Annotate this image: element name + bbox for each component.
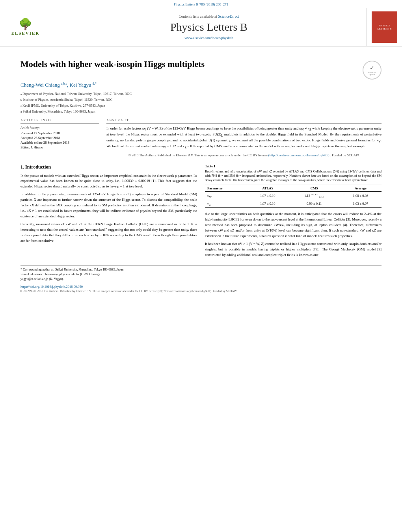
doi-footer: https://doi.org/10.1016/j.physletb.2018.… (20, 285, 382, 289)
article-info-label: ARTICLE INFO (20, 119, 99, 124)
journal-center: Contents lists available at ScienceDirec… (51, 8, 367, 46)
table-header-parameter: Parameter (205, 185, 247, 192)
section1-heading: 1. Introduction (20, 164, 197, 170)
authors-line: Cheng-Wei Chiang a,b,c, Kei Yagyu d,* (20, 82, 382, 88)
table1-note: Best-fit values and ±1σ uncertainties of… (205, 169, 382, 183)
check-for-updates-badge: ✓ Check forupdates (363, 61, 382, 80)
affiliation-c: c Kavli IPMU, University of Tokyo, Kashi… (20, 103, 382, 108)
table-cell-kappaz-param: κZ (205, 200, 247, 208)
table-header-average: Average (340, 185, 382, 192)
table1-caption: Table 1 (205, 164, 382, 168)
journal-url-link[interactable]: www.elsevier.com/locate/physletb (184, 36, 233, 40)
table-cell-kappaz-cms: 0.99 ± 0.11 (288, 200, 339, 208)
accepted-line: Accepted 25 September 2018 (20, 136, 99, 140)
authors-text: Cheng-Wei Chiang a,b,c, Kei Yagyu d,* (20, 82, 97, 88)
copyright-line: © 2018 The Authors. Published by Elsevie… (106, 153, 382, 157)
journal-header: 🌳 ELSEVIER Contents lists available at S… (0, 8, 402, 46)
table-header-atlas: ATLAS (247, 185, 288, 192)
elsevier-name: ELSEVIER (11, 31, 40, 35)
abstract-col: ABSTRACT In order for scale factors κV (… (106, 119, 382, 157)
doi-text: Physics Letters B 786 (2018) 268–271 (174, 2, 229, 6)
journal-url: www.elsevier.com/locate/physletb (184, 36, 233, 40)
physics-logo-text: PHYSICS LETTERS B (373, 24, 396, 30)
main-left-col: 1. Introduction In the pursue of models … (20, 164, 197, 261)
history-label: Article history: (20, 126, 99, 130)
affiliation-d: d Seikei University, Musashino, Tokyo 18… (20, 109, 382, 114)
doi-footer-link[interactable]: https://doi.org/10.1016/j.physletb.2018.… (20, 285, 83, 289)
abstract-text: In order for scale factors κV (V = W, Z)… (106, 126, 382, 150)
affiliations: a Department of Physics, National Taiwan… (20, 91, 382, 114)
elsevier-logo: 🌳 ELSEVIER (0, 8, 51, 46)
table-header-cms: CMS (288, 185, 339, 192)
affiliation-b: b Institute of Physics, Academia Sinica,… (20, 97, 382, 102)
table-row: κZ 1.07 ± 0.10 0.99 ± 0.11 1.03 ± 0.07 (205, 200, 382, 208)
table-cell-kappaw-avg: 1.08 ± 0.08 (340, 192, 382, 200)
table-cell-kappaw-param: κW (205, 192, 247, 200)
cc-license-link[interactable]: (http://creativecommons.org/licenses/by/… (268, 153, 329, 157)
abstract-label: ABSTRACT (106, 119, 382, 124)
info-abstract-columns: ARTICLE INFO Article history: Received 1… (20, 119, 382, 157)
table-cell-kappaw-atlas: 1.07 ± 0.10 (247, 192, 288, 200)
article-title: Models with higher weak-isospin Higgs mu… (20, 59, 359, 69)
table-cell-kappaz-avg: 1.03 ± 0.07 (340, 200, 382, 208)
page: Physics Letters B 786 (2018) 268–271 🌳 E… (0, 0, 402, 532)
physics-logo-box: PHYSICS LETTERS B (367, 8, 402, 46)
table-cell-kappaz-atlas: 1.07 ± 0.10 (247, 200, 288, 208)
available-line: Available online 28 September 2018 (20, 141, 99, 145)
contents-line: Contents lists available at ScienceDirec… (179, 15, 239, 19)
editor-line: Editor: J. Hisano (20, 145, 99, 149)
main-right-col: Table 1 Best-fit values and ±1σ uncertai… (205, 164, 382, 261)
main-body-columns: 1. Introduction In the pursue of models … (20, 164, 382, 261)
article-body: Models with higher weak-isospin Higgs mu… (0, 46, 402, 297)
elsevier-tree-icon: 🌳 (19, 19, 32, 30)
doi-bar: Physics Letters B 786 (2018) 268–271 (0, 0, 402, 8)
article-info-col: ARTICLE INFO Article history: Received 1… (20, 119, 99, 157)
footnote-star: * Corresponding author at: Seikei Univer… (20, 267, 382, 282)
table-row: κW 1.07 ± 0.10 1.12 +0.13−0.10 1.08 ± 0.… (205, 192, 382, 200)
science-direct-link[interactable]: ScienceDirect (218, 15, 239, 19)
affiliation-a: a Department of Physics, National Taiwan… (20, 91, 382, 96)
journal-title: Physics Letters B (170, 21, 248, 33)
section1-right-body: due to the large uncertainties on both q… (205, 211, 382, 258)
section1-body: In the pursue of models with an extended… (20, 173, 197, 244)
footnote-section: * Corresponding author at: Seikei Univer… (20, 265, 382, 282)
received-line: Received 13 September 2018 (20, 131, 99, 135)
table-cell-kappaw-cms: 1.12 +0.13−0.10 (288, 192, 339, 200)
license-footer: 0370-2693/© 2018 The Authors. Published … (20, 289, 382, 294)
table1: Parameter ATLAS CMS Average κW 1.07 ± 0.… (205, 185, 382, 208)
physics-logo-inner: PHYSICS LETTERS B (372, 11, 397, 43)
